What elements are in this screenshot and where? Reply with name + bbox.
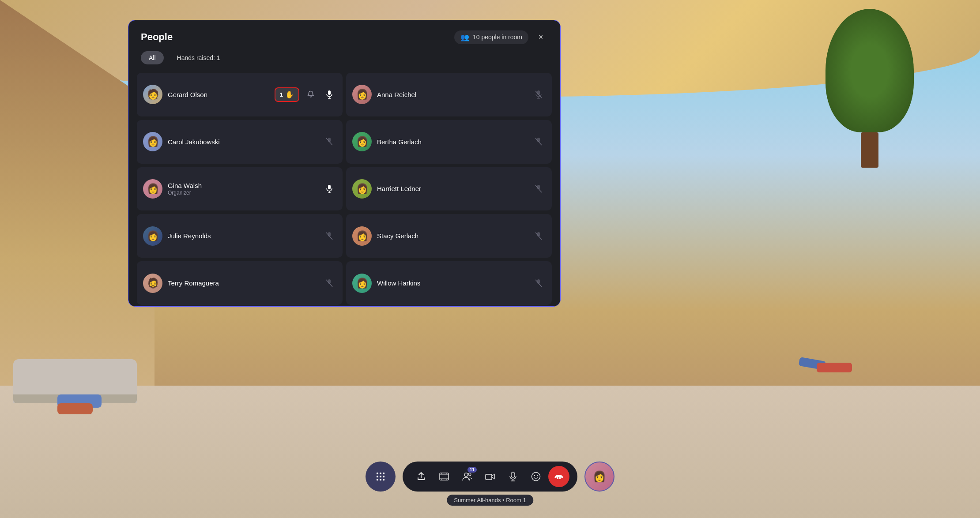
panel-title: People [141,31,173,43]
person-name-gerard: Gerard Olson [168,91,269,98]
avatar-terry: 🧔 [143,274,162,293]
svg-rect-11 [328,185,331,189]
person-info-anna: Anna Reichel [377,91,526,98]
person-name-stacy: Stacy Gerlach [377,232,526,240]
hand-emoji-icon: ✋ [285,90,294,99]
header-right: 👥 10 people in room × [454,30,548,44]
svg-rect-30 [377,479,378,480]
people-count-badge: 👥 10 people in room [454,30,528,44]
mic-button-carol[interactable] [322,135,336,149]
notify-button-gerard[interactable] [304,87,318,101]
person-row-terry: 🧔 Terry Romaguera [137,261,343,305]
person-info-stacy: Stacy Gerlach [377,232,526,240]
tab-all[interactable]: All [141,51,164,64]
mic-muted-icon-harriett [535,184,543,193]
mic-button-gina[interactable] [322,182,336,196]
tree-top [825,9,914,132]
session-label: Summer All-hands • Room 1 [447,495,533,506]
person-actions-harriett [531,182,546,196]
person-actions-carol [322,135,336,149]
svg-point-41 [468,473,471,476]
content-button[interactable] [433,466,455,487]
tab-hands-raised[interactable]: Hands raised: 1 [169,51,228,64]
person-info-gerard: Gerard Olson [168,91,269,98]
svg-point-40 [464,473,468,477]
mic-muted-icon-carol [325,137,333,146]
person-row-gina: 👩 Gina Walsh Organizer [137,167,343,211]
people-grid: 🧑 Gerard Olson 1 ✋ [128,71,560,306]
person-row-bertha: 👩 Bertha Gerlach [346,120,552,164]
svg-rect-29 [383,476,384,477]
avatar-harriett: 👩 [352,179,372,199]
toolbar: 11 [403,462,577,492]
avatar-gina: 👩 [143,179,162,199]
self-avatar-face: 👩 [593,470,606,483]
mic-muted-icon-bertha [535,137,543,146]
person-actions-anna [531,87,546,101]
svg-rect-31 [380,479,381,480]
person-row-carol: 👩 Carol Jakubowski [137,120,343,164]
svg-rect-33 [440,473,449,480]
svg-rect-26 [383,473,384,474]
mic-button-terry[interactable] [322,276,336,290]
svg-rect-27 [377,476,378,477]
people-button[interactable]: 11 [456,466,478,487]
grid-view-button[interactable] [366,462,396,492]
person-actions-terry [322,276,336,290]
svg-rect-32 [383,479,384,480]
person-actions-gina [322,182,336,196]
share-button[interactable] [411,466,432,487]
person-actions-willow [531,276,546,290]
person-row-gerard: 🧑 Gerard Olson 1 ✋ [137,73,343,116]
person-row-harriett: 👩 Harriett Ledner [346,167,552,211]
avatar-gerard: 🧑 [143,85,162,104]
people-panel: People 👥 10 people in room × All Hands r… [128,20,561,307]
mic-toolbar-button[interactable] [502,466,524,487]
people-count-label: 10 people in room [473,34,522,41]
person-actions-stacy [531,229,546,243]
avatar-bertha: 👩 [352,132,372,151]
bottom-bar: 11 [366,462,614,492]
mic-on-icon-gina [325,184,333,193]
svg-point-46 [532,473,540,481]
svg-rect-50 [559,477,561,479]
mic-muted-icon-willow [535,279,543,288]
person-row-willow: 👩 Willow Harkins [346,261,552,305]
person-actions-bertha [531,135,546,149]
person-name-julie: Julie Reynolds [168,232,317,240]
mic-button-stacy[interactable] [531,229,546,243]
mic-button-bertha[interactable] [531,135,546,149]
grid-icon [375,471,386,482]
mic-button-gerard[interactable] [322,87,336,101]
self-avatar[interactable]: 👩 [584,462,614,492]
bell-icon [307,90,315,98]
tree-trunk [861,132,878,168]
person-name-terry: Terry Romaguera [168,279,317,287]
mic-button-julie[interactable] [322,229,336,243]
emoji-button[interactable] [525,466,547,487]
cushion-orange [57,403,93,414]
svg-rect-42 [486,474,492,480]
emoji-icon [531,472,541,481]
hand-raised-button-gerard[interactable]: 1 ✋ [275,87,299,102]
mic-muted-icon-terry [325,279,333,288]
person-info-julie: Julie Reynolds [168,232,317,240]
person-actions-julie [322,229,336,243]
person-info-harriett: Harriett Ledner [377,185,526,192]
person-row-anna: 👩 Anna Reichel [346,73,552,116]
mic-button-harriett[interactable] [531,182,546,196]
share-icon [416,472,426,481]
person-info-carol: Carol Jakubowski [168,138,317,146]
mic-button-anna[interactable] [531,87,546,101]
svg-rect-43 [511,472,515,477]
people-icon: 👥 [460,33,469,41]
person-actions-gerard: 1 ✋ [275,87,336,102]
svg-point-48 [537,475,538,476]
svg-rect-0 [328,90,331,95]
camera-button[interactable] [479,466,501,487]
person-name-anna: Anna Reichel [377,91,526,98]
end-call-button[interactable] [548,466,569,487]
close-button[interactable]: × [534,30,548,44]
avatar-julie: 👩 [143,226,162,246]
mic-button-willow[interactable] [531,276,546,290]
